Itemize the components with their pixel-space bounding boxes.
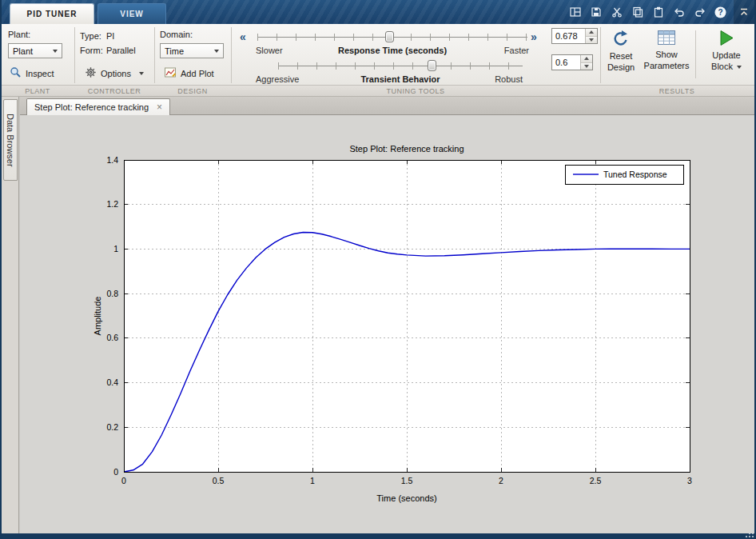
add-plot-label: Add Plot <box>181 69 214 78</box>
type-value: PI <box>106 31 114 41</box>
copy-icon[interactable] <box>631 6 644 19</box>
play-icon <box>718 29 735 50</box>
triangle-down-icon <box>584 65 589 68</box>
response-time-slider[interactable] <box>257 30 527 43</box>
spin-up-button[interactable] <box>586 29 597 36</box>
show-parameters-button[interactable]: Show Parameters <box>642 29 691 71</box>
reset-design-label-1: Reset <box>610 51 633 62</box>
options-button[interactable]: Options <box>81 64 148 82</box>
transient-behavior-value[interactable]: 0.6 <box>552 55 580 70</box>
inspect-label: Inspect <box>26 69 54 78</box>
gear-icon <box>85 66 97 80</box>
response-time-spinbox[interactable]: 0.678 <box>551 28 598 44</box>
transient-behavior-slider[interactable] <box>278 59 523 72</box>
chevron-down-icon <box>214 50 219 53</box>
svg-text:0.6: 0.6 <box>106 333 118 342</box>
section-label-controller: CONTROLLER <box>88 87 141 95</box>
triangle-up-icon <box>584 57 589 60</box>
svg-text:?: ? <box>718 8 722 17</box>
table-icon <box>657 29 676 49</box>
response-time-slider-knob[interactable] <box>385 31 394 42</box>
chevron-down-icon <box>139 72 144 75</box>
paste-icon[interactable] <box>651 6 665 19</box>
transient-behavior-slider-knob[interactable] <box>428 60 436 71</box>
main-area: Data Browser Step Plot: Reference tracki… <box>2 97 754 533</box>
svg-text:0.2: 0.2 <box>106 422 118 432</box>
spinner-arrows <box>585 29 597 43</box>
ribbon-section-strip: PLANT CONTROLLER DESIGN TUNING TOOLS RES… <box>2 85 754 96</box>
robust-label: Robust <box>475 74 523 84</box>
form-label: Form: <box>80 46 103 55</box>
section-divider <box>600 27 601 83</box>
section-divider <box>231 27 232 83</box>
reset-design-button[interactable]: Reset Design <box>603 29 639 73</box>
add-plot-button[interactable]: Add Plot <box>160 64 218 82</box>
resize-grip[interactable] <box>744 528 755 539</box>
domain-dropdown-value: Time <box>165 46 184 56</box>
svg-text:0.4: 0.4 <box>106 377 118 387</box>
faster-label: Faster <box>489 46 529 55</box>
svg-text:Time (seconds): Time (seconds) <box>376 493 436 503</box>
slower-fast-step-button[interactable]: « <box>240 30 246 43</box>
spin-down-button[interactable] <box>581 62 592 70</box>
response-time-value[interactable]: 0.678 <box>552 29 585 43</box>
toolstrip-tabbar: PID TUNER VIEW <box>2 0 754 24</box>
section-divider <box>74 27 75 83</box>
section-divider <box>154 27 155 83</box>
svg-text:Tuned Response: Tuned Response <box>603 170 667 179</box>
plant-dropdown[interactable]: Plant <box>8 43 62 58</box>
svg-text:2: 2 <box>499 476 503 485</box>
response-time-label: Response Time (seconds) <box>257 46 527 55</box>
close-icon[interactable]: × <box>157 102 162 113</box>
chevron-down-icon <box>53 50 58 53</box>
quick-access-toolbar: ? <box>568 0 727 24</box>
chevron-up-icon <box>738 6 750 18</box>
cut-icon[interactable] <box>610 6 623 19</box>
update-block-label-row: Block <box>711 62 742 72</box>
spin-up-button[interactable] <box>581 55 592 62</box>
svg-text:Amplitude: Amplitude <box>93 297 102 336</box>
update-block-button[interactable]: Update Block <box>701 29 752 72</box>
svg-text:0: 0 <box>121 476 126 485</box>
data-browser-strip[interactable]: Data Browser <box>2 97 19 533</box>
faster-fast-step-button[interactable]: » <box>531 30 537 43</box>
ribbon: Plant: Plant Inspect Type: PI Form: Para… <box>2 24 754 97</box>
show-parameters-label-1: Show <box>655 50 678 60</box>
svg-text:3: 3 <box>687 476 692 485</box>
undo-icon[interactable] <box>672 6 686 19</box>
spin-down-button[interactable] <box>586 36 597 44</box>
document-area: Step Plot: Reference tracking × 00.511.5… <box>20 97 754 533</box>
document-tab-label: Step Plot: Reference tracking <box>34 102 149 112</box>
pid-tuner-window: PID TUNER VIEW <box>0 0 756 539</box>
update-block-label-2: Block <box>711 62 733 72</box>
spinner-arrows <box>580 55 592 70</box>
svg-text:0.8: 0.8 <box>106 289 118 298</box>
transient-behavior-spinbox[interactable]: 0.6 <box>551 54 593 70</box>
help-icon[interactable]: ? <box>714 6 727 19</box>
add-plot-icon <box>164 66 177 80</box>
tab-view[interactable]: VIEW <box>97 3 166 24</box>
section-label-results: RESULTS <box>659 87 694 95</box>
triangle-down-icon <box>589 38 594 42</box>
domain-dropdown[interactable]: Time <box>160 43 224 58</box>
collapse-ribbon-button[interactable] <box>734 0 754 24</box>
svg-text:1.5: 1.5 <box>401 476 413 485</box>
svg-text:0: 0 <box>113 467 118 477</box>
reset-design-label-2: Design <box>607 62 635 73</box>
document-tab[interactable]: Step Plot: Reference tracking × <box>26 98 170 115</box>
update-block-label-1: Update <box>712 50 740 61</box>
window-content: PID TUNER VIEW <box>2 0 754 533</box>
reset-icon <box>611 29 631 50</box>
svg-text:1: 1 <box>310 476 315 485</box>
save-icon[interactable] <box>589 6 603 19</box>
redo-icon[interactable] <box>693 6 706 19</box>
tab-pid-tuner[interactable]: PID TUNER <box>10 3 94 24</box>
layout-grid-icon[interactable] <box>568 6 582 19</box>
button-divider <box>695 30 696 78</box>
data-browser-tab[interactable]: Data Browser <box>3 99 18 181</box>
svg-text:1: 1 <box>113 244 118 254</box>
inspect-button[interactable]: Inspect <box>6 64 58 82</box>
section-label-design: DESIGN <box>177 87 208 95</box>
plant-dropdown-value: Plant <box>13 46 33 56</box>
domain-label: Domain: <box>160 30 193 39</box>
